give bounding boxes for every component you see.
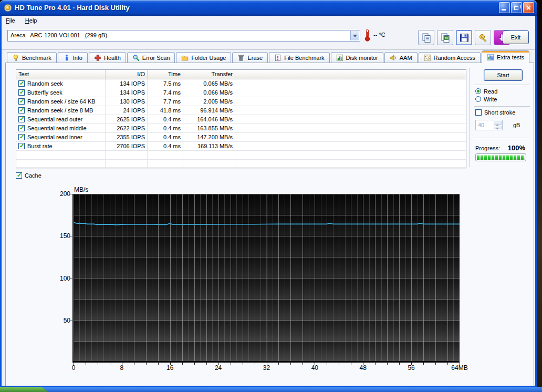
read-radio-row[interactable]: Read (475, 88, 497, 95)
write-radio-row[interactable]: Write (475, 96, 497, 102)
spinner-up-icon[interactable] (494, 121, 502, 125)
x-tick-label: 40 (311, 364, 318, 372)
table-row[interactable] (16, 151, 466, 160)
transfer-value (183, 151, 235, 159)
transfer-value: 163.855 MB/s (183, 124, 235, 132)
test-name: Sequential read inner (27, 134, 82, 140)
row-checkbox[interactable] (18, 107, 25, 114)
close-icon: × (524, 3, 534, 13)
transfer-value (183, 160, 235, 168)
spinner-down-icon[interactable] (494, 126, 502, 130)
copy-image-icon (440, 33, 451, 43)
save-icon (459, 33, 470, 43)
tab-health[interactable]: Health (89, 52, 126, 63)
x-tick-label: 0 (72, 364, 76, 372)
options-button[interactable] (475, 30, 491, 45)
row-checkbox[interactable] (18, 80, 25, 87)
start-button[interactable]: Start (484, 69, 523, 81)
column-header-transfer[interactable]: Transfer (183, 70, 235, 79)
tab-aam[interactable]: AAM (384, 52, 418, 63)
file-benchmark-icon (274, 54, 282, 61)
info-icon (63, 54, 70, 61)
tab-erase[interactable]: Erase (232, 52, 268, 63)
io-value (106, 160, 148, 168)
column-header-io[interactable]: I/O (106, 70, 148, 79)
tab-info[interactable]: Info (58, 52, 88, 63)
column-header-test[interactable]: Test (16, 70, 106, 79)
drive-selector-value: Areca ARC-1200-VOL001 (299 gB) (11, 32, 107, 38)
size-spinner[interactable]: 40 (475, 120, 503, 130)
x-tick-label: 48 (360, 364, 367, 372)
row-checkbox[interactable] (18, 98, 25, 105)
minimize-button[interactable] (499, 2, 510, 13)
app-window: HD Tune Pro 4.01 - Hard Disk Utility × F… (0, 0, 537, 387)
table-row[interactable]: Butterfly seek 134 IOPS 7.4 ms 0.066 MB/… (16, 88, 466, 97)
tab-extra-tests[interactable]: Extra tests (482, 50, 529, 63)
exit-button[interactable]: Exit (503, 30, 529, 44)
test-name: Burst rate (27, 143, 53, 149)
y-tick-label: 200 (49, 190, 70, 198)
io-value: 134 IOPS (106, 79, 148, 88)
menu-file[interactable]: File (2, 16, 19, 25)
io-value: 2622 IOPS (106, 124, 148, 132)
taskbar[interactable] (0, 387, 542, 392)
table-row[interactable] (16, 160, 466, 169)
row-checkbox[interactable] (18, 125, 25, 131)
table-row[interactable]: Random seek / size 64 KB 130 IOPS 7.7 ms… (16, 97, 466, 106)
time-value: 0.4 ms (148, 133, 183, 141)
tab-error-scan[interactable]: Error Scan (127, 52, 175, 63)
restore-button[interactable] (511, 2, 522, 13)
cache-row[interactable]: Cache (16, 172, 41, 179)
io-value: 134 IOPS (106, 88, 148, 97)
app-icon (4, 4, 12, 12)
column-header-time[interactable]: Time (148, 70, 183, 79)
tab-random-access[interactable]: Random Access (419, 52, 481, 63)
folder-usage-icon (181, 54, 189, 61)
toolbar: Areca ARC-1200-VOL001 (299 gB) -- °C (2, 26, 535, 50)
error-scan-icon (132, 54, 140, 61)
tab-benchmark[interactable]: Benchmark (7, 52, 57, 63)
x-tick-label: 64MB (451, 364, 467, 372)
separator (474, 106, 530, 107)
y-tick-mark (69, 321, 73, 321)
drive-selector[interactable]: Areca ARC-1200-VOL001 (299 gB) (7, 30, 360, 42)
table-row[interactable]: Random seek 134 IOPS 7.5 ms 0.065 MB/s (16, 79, 466, 88)
panel-separator-vertical (469, 68, 470, 167)
read-radio[interactable] (475, 88, 481, 94)
y-tick-label: 150 (49, 232, 70, 240)
tab-folder-usage[interactable]: Folder Usage (176, 52, 231, 63)
options-icon (478, 33, 488, 43)
tab-file-benchmark[interactable]: File Benchmark (269, 52, 329, 63)
copy-image-button[interactable] (437, 30, 453, 45)
table-row[interactable]: Burst rate 2706 IOPS 0.4 ms 169.113 MB/s (16, 142, 466, 151)
y-tick-mark (69, 194, 73, 194)
copy-text-button[interactable] (418, 30, 434, 45)
tab-disk-monitor[interactable]: Disk monitor (331, 52, 383, 63)
time-value (148, 160, 183, 168)
time-value: 0.4 ms (148, 124, 183, 132)
menu-help[interactable]: Help (21, 16, 41, 25)
tab-strip: Benchmark Info Health Error Scan Folder … (7, 50, 529, 63)
table-row[interactable]: Sequential read inner 2355 IOPS 0.4 ms 1… (16, 133, 466, 142)
table-row[interactable]: Random seek / size 8 MB 24 IOPS 41.8 ms … (16, 106, 466, 115)
row-checkbox[interactable] (18, 89, 25, 96)
save-button[interactable] (456, 30, 472, 45)
time-value: 7.5 ms (148, 79, 183, 88)
cache-checkbox[interactable] (16, 172, 22, 179)
x-tick-label: 16 (166, 364, 173, 372)
table-row[interactable]: Sequential read middle 2622 IOPS 0.4 ms … (16, 124, 466, 133)
short-stroke-row[interactable]: Short stroke (475, 109, 515, 116)
short-stroke-checkbox[interactable] (475, 109, 482, 116)
row-checkbox[interactable] (18, 143, 25, 149)
table-row[interactable]: Sequential read outer 2625 IOPS 0.4 ms 1… (16, 115, 466, 124)
chevron-down-icon[interactable] (350, 31, 359, 40)
write-radio[interactable] (475, 96, 481, 102)
column-header-filler (235, 70, 466, 79)
start-menu-button[interactable] (0, 387, 48, 392)
row-checkbox[interactable] (18, 134, 25, 140)
progress-value: 100% (494, 144, 525, 152)
close-button[interactable]: × (523, 2, 534, 13)
row-checkbox[interactable] (18, 116, 25, 122)
x-tick-label: 24 (215, 364, 222, 372)
title-bar[interactable]: HD Tune Pro 4.01 - Hard Disk Utility × (0, 0, 537, 16)
